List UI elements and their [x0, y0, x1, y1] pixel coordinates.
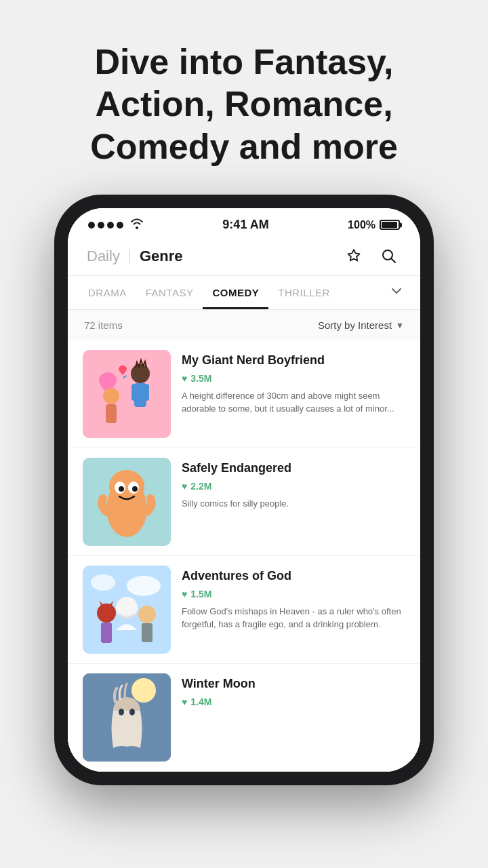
comic-item-2[interactable]: Safely Endangered ♥ 2.2M Silly comics fo… — [68, 448, 420, 556]
likes-count-2: 2.2M — [190, 481, 211, 492]
comic-likes-2: ♥ 2.2M — [182, 481, 405, 492]
heart-icon-2: ♥ — [182, 481, 187, 492]
svg-point-17 — [91, 574, 115, 591]
svg-point-10 — [109, 470, 144, 502]
comic-item-1[interactable]: My Giant Nerd Boyfriend ♥ 3.5M A height … — [68, 340, 420, 448]
header-icons — [342, 244, 401, 269]
svg-rect-22 — [142, 623, 152, 642]
comic-likes-3: ♥ 1.5M — [182, 589, 405, 599]
svg-rect-19 — [101, 623, 112, 643]
hero-section: Dive into Fantasy, Action, Romance, Come… — [0, 0, 488, 188]
comic-likes-1: ♥ 3.5M — [182, 373, 405, 384]
items-count: 72 items — [84, 319, 123, 331]
phone-screen: 9:41 AM 100% Daily Genre — [68, 208, 420, 772]
battery-icon — [380, 220, 400, 230]
sort-label: Sorty by Interest — [318, 319, 392, 331]
signal-dot-2 — [98, 222, 104, 229]
svg-point-14 — [132, 486, 138, 492]
phone-shell: 9:41 AM 100% Daily Genre — [54, 195, 434, 785]
nav-divider — [129, 249, 130, 264]
svg-point-27 — [129, 709, 135, 715]
comic-desc-3: Follow God's mishaps in Heaven - as a ru… — [182, 605, 405, 631]
heart-icon-4: ♥ — [182, 696, 187, 707]
heart-icon-1: ♥ — [182, 373, 187, 384]
comic-thumb-1 — [83, 350, 171, 438]
favorites-icon[interactable] — [342, 244, 366, 269]
svg-point-26 — [119, 709, 124, 715]
comic-title-3: Adventures of God — [182, 568, 405, 584]
comic-likes-4: ♥ 1.4M — [182, 696, 405, 707]
tab-drama[interactable]: DRAMA — [79, 276, 136, 309]
likes-count-1: 3.5M — [190, 373, 211, 384]
comic-info-1: My Giant Nerd Boyfriend ♥ 3.5M A height … — [182, 350, 405, 438]
svg-point-6 — [103, 388, 119, 404]
comic-info-3: Adventures of God ♥ 1.5M Follow God's mi… — [182, 566, 405, 654]
nav-genre[interactable]: Genre — [140, 248, 342, 265]
status-bar: 9:41 AM 100% — [68, 208, 420, 237]
content-area: 72 items Sorty by Interest ▼ — [68, 310, 420, 772]
sort-button[interactable]: Sorty by Interest ▼ — [318, 319, 404, 331]
svg-point-18 — [97, 604, 116, 623]
phone-mockup: 9:41 AM 100% Daily Genre — [54, 195, 434, 859]
hero-title: Dive into Fantasy, Action, Romance, Come… — [41, 41, 447, 167]
comic-item-4[interactable]: Winter Moon ♥ 1.4M — [68, 664, 420, 772]
tab-comedy[interactable]: COMEDY — [203, 276, 268, 309]
svg-point-21 — [138, 606, 156, 623]
svg-point-16 — [127, 576, 161, 596]
tab-expand-icon[interactable] — [384, 278, 409, 307]
comic-thumb-2 — [83, 458, 171, 546]
battery-percent: 100% — [348, 219, 375, 231]
comic-info-4: Winter Moon ♥ 1.4M — [182, 673, 405, 762]
status-right: 100% — [348, 219, 400, 231]
status-time: 9:41 AM — [222, 218, 268, 232]
likes-count-3: 1.5M — [190, 589, 211, 599]
comic-info-2: Safely Endangered ♥ 2.2M Silly comics fo… — [182, 458, 405, 546]
comic-title-1: My Giant Nerd Boyfriend — [182, 353, 405, 368]
signal-dot-4 — [117, 222, 123, 229]
svg-rect-4 — [131, 384, 138, 401]
tab-fantasy[interactable]: FANTASY — [136, 276, 203, 309]
tab-thriller[interactable]: THRILLER — [268, 276, 340, 309]
comic-thumb-4 — [83, 673, 171, 762]
likes-count-4: 1.4M — [190, 696, 211, 707]
heart-icon-3: ♥ — [182, 589, 187, 599]
sort-arrow-icon: ▼ — [396, 321, 404, 330]
comic-item-3[interactable]: Adventures of God ♥ 1.5M Follow God's mi… — [68, 556, 420, 664]
svg-rect-5 — [142, 384, 149, 401]
status-left — [88, 218, 144, 232]
comic-desc-2: Silly comics for silly people. — [182, 497, 405, 511]
svg-point-13 — [119, 486, 124, 492]
comic-desc-1: A height difference of 30cm and above mi… — [182, 389, 405, 416]
content-header: 72 items Sorty by Interest ▼ — [68, 310, 420, 340]
svg-rect-1 — [83, 350, 171, 438]
signal-dot-1 — [88, 222, 95, 229]
genre-tabs: DRAMA FANTASY COMEDY THRILLER — [68, 276, 420, 310]
signal-dot-3 — [107, 222, 114, 229]
app-header: Daily Genre — [68, 237, 420, 276]
comic-title-4: Winter Moon — [182, 676, 405, 692]
search-icon[interactable] — [377, 244, 401, 269]
svg-rect-7 — [106, 404, 117, 423]
comic-thumb-3 — [83, 566, 171, 654]
wifi-icon — [130, 218, 144, 232]
comic-title-2: Safely Endangered — [182, 460, 405, 476]
svg-point-24 — [131, 678, 156, 703]
nav-daily[interactable]: Daily — [87, 248, 120, 265]
